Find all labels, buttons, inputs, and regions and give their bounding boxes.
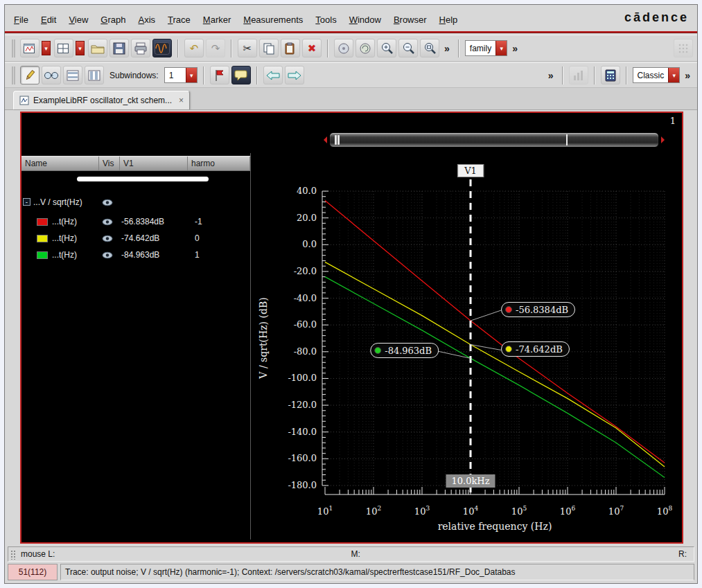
toolbar-separator [626, 66, 627, 84]
menu-item-tools[interactable]: Tools [315, 15, 336, 25]
visibility-eye-icon[interactable] [102, 251, 113, 261]
subwindows-combobox[interactable]: 1▾ [164, 67, 198, 83]
subwindow-number: 1 [670, 116, 676, 126]
cut-button[interactable]: ✂ [238, 39, 257, 57]
badge-color-dot [374, 347, 381, 354]
toolbar-handle[interactable] [12, 39, 15, 57]
redraw-circle-icon [359, 42, 371, 55]
trace-curve[interactable] [325, 262, 665, 467]
open-button[interactable] [88, 39, 107, 57]
visibility-eye-icon[interactable] [102, 218, 113, 228]
new-subwindow-button[interactable] [54, 39, 73, 57]
trace-harmonic: 0 [195, 233, 200, 243]
zoom-fit-button[interactable] [420, 39, 439, 57]
panel-splitter[interactable] [250, 153, 251, 540]
toolbar-overflow-chevron[interactable]: » [685, 70, 690, 81]
redraw-button[interactable] [356, 39, 375, 57]
scroll-right-icon[interactable] [661, 136, 665, 143]
menu-item-file[interactable]: File [14, 15, 28, 25]
scroll-divider[interactable] [566, 134, 568, 145]
zoom-in-button[interactable] [377, 39, 396, 57]
subwindows-combobox-value: 1 [165, 71, 186, 80]
toolbar-overflow-chevron[interactable]: » [444, 43, 450, 54]
combo-dropdown-icon[interactable]: ▾ [186, 68, 197, 82]
undo-button[interactable]: ↶ [184, 39, 204, 57]
trace-color-swatch[interactable] [37, 218, 48, 226]
trace-row[interactable]: ...t(Hz)-74.642dB0 [21, 232, 250, 246]
y-tick-label: -60.0 [294, 319, 317, 330]
redo-button[interactable]: ↷ [206, 39, 225, 57]
menu-separator-line [5, 31, 697, 33]
previous-view-button[interactable] [263, 66, 283, 84]
trace-marker-value: -84.963dB [121, 250, 159, 260]
marker-value-badge[interactable]: -56.8384dB [501, 302, 575, 317]
new-subwindow-dropdown-icon[interactable]: ▾ [76, 41, 85, 55]
marker-frequency-label[interactable]: 10.0kHz [446, 474, 495, 488]
vertical-strips-button[interactable] [85, 66, 104, 84]
pan-button[interactable] [334, 39, 353, 57]
visibility-eye-icon[interactable] [102, 199, 113, 208]
toolbar-handle[interactable] [12, 66, 15, 84]
menu-item-help[interactable]: Help [439, 15, 458, 25]
theme-combobox[interactable]: Classic▾ [633, 67, 681, 83]
flag-marker-button[interactable] [210, 66, 229, 84]
family-combobox[interactable]: family▾ [465, 40, 507, 56]
menu-item-edit[interactable]: Edit [41, 15, 56, 25]
combo-dropdown-icon[interactable]: ▾ [668, 68, 679, 82]
tab-close-icon[interactable]: × [179, 96, 184, 105]
save-button[interactable] [109, 39, 129, 57]
print-button[interactable] [131, 39, 150, 57]
marker-name-box[interactable]: V1 [457, 164, 484, 177]
new-graph-window-button[interactable] [20, 39, 40, 57]
next-view-button[interactable] [285, 66, 304, 84]
toolbar-overflow-chevron[interactable]: » [512, 43, 518, 54]
y-tick-label: -20.0 [294, 266, 317, 276]
label-callout-button[interactable] [231, 66, 251, 84]
menu-item-window[interactable]: Window [349, 15, 381, 25]
zoom-fit-magnifier-icon [423, 42, 437, 55]
menu-item-axis[interactable]: Axis [138, 15, 155, 25]
trace-row[interactable]: ...t(Hz)-84.963dB1 [21, 249, 250, 262]
visibility-eye-icon[interactable] [102, 235, 113, 244]
menu-item-browser[interactable]: Browser [394, 15, 427, 25]
menu-item-graph[interactable]: Graph [100, 15, 125, 25]
spectrum-mode-button[interactable] [152, 39, 172, 57]
tree-collapse-icon[interactable]: - [23, 198, 30, 206]
trace-row[interactable]: ...t(Hz)-56.8384dB-1 [21, 215, 250, 229]
menu-item-measurements[interactable]: Measurements [243, 15, 303, 25]
scroll-track[interactable] [329, 132, 659, 148]
horizontal-strips-button[interactable] [63, 66, 82, 84]
scroll-left-icon[interactable] [324, 136, 327, 143]
new-graph-dropdown-icon[interactable]: ▾ [42, 41, 51, 55]
trace-color-swatch[interactable] [37, 235, 48, 242]
scroll-grip[interactable] [335, 135, 337, 145]
combo-dropdown-icon[interactable]: ▾ [495, 41, 507, 55]
calculator-button[interactable] [601, 66, 620, 84]
copy-button[interactable] [259, 39, 279, 57]
status-mouse-right: R: [678, 549, 687, 559]
badge-color-dot [505, 346, 512, 353]
dock-grid-button[interactable] [674, 39, 693, 57]
trace-color-swatch[interactable] [37, 251, 48, 259]
graph-subwindow[interactable]: 1 NameVisV1harmo -...V / sqrt(Hz)...t(Hz… [20, 112, 683, 544]
zoom-out-button[interactable] [398, 39, 418, 57]
status-mouse-middle: M: [351, 549, 360, 559]
menu-item-marker[interactable]: Marker [203, 15, 231, 25]
paste-button[interactable] [281, 39, 300, 57]
arrow-right-icon [288, 71, 301, 80]
badge-color-dot [505, 306, 512, 313]
trace-group-row[interactable]: -...V / sqrt(Hz) [21, 196, 250, 210]
marker-value-badge[interactable]: -84.963dB [370, 343, 439, 358]
annotate-pen-button[interactable] [20, 66, 40, 84]
x-scrollbar[interactable] [324, 131, 665, 149]
reading-mode-button[interactable] [42, 66, 61, 84]
trace-curve[interactable] [325, 201, 665, 463]
trace-name: ...t(Hz) [52, 233, 77, 243]
marker-value-badge[interactable]: -74.642dB [501, 341, 570, 357]
toolbar-overflow-chevron[interactable]: » [548, 70, 554, 81]
menu-item-view[interactable]: View [69, 15, 88, 25]
menu-item-trace[interactable]: Trace [168, 15, 191, 25]
graph-tab[interactable]: ExampleLibRF oscillator_ckt schem... × [13, 91, 190, 109]
delete-button[interactable]: ✖ [302, 39, 322, 57]
histogram-button[interactable] [569, 66, 588, 84]
